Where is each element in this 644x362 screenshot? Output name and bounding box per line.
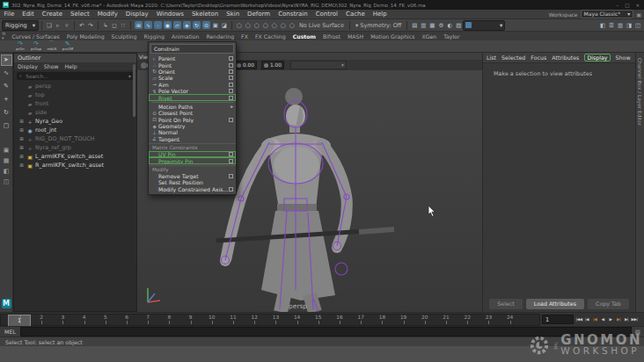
- constrain-item-point[interactable]: ∴Point: [149, 62, 236, 68]
- menu-item-display[interactable]: Display: [121, 11, 152, 18]
- quick-input-field[interactable]: ▾: [463, 20, 505, 31]
- ae-menu-focus[interactable]: Focus: [531, 54, 546, 61]
- menu-item-skeleton[interactable]: Skeleton: [187, 11, 222, 18]
- ipr-render-icon[interactable]: ▦: [428, 21, 435, 30]
- redo-icon[interactable]: ↷: [87, 21, 94, 30]
- select-by-component-icon[interactable]: ∷: [120, 21, 127, 30]
- tool-settings-icon[interactable]: ◨: [626, 21, 633, 30]
- option-box-icon[interactable]: [229, 118, 233, 122]
- constrain-item-aim[interactable]: →Aim: [149, 82, 236, 88]
- menu-item-cache[interactable]: Cache: [342, 11, 370, 18]
- constrain-item-motion-paths[interactable]: Motion Paths▸: [149, 104, 236, 110]
- step-back-frame-button[interactable]: |◀: [583, 317, 590, 322]
- shelf-tab-fx[interactable]: FX: [238, 33, 252, 40]
- outliner-scrollbar[interactable]: [133, 64, 135, 117]
- load-attributes-button[interactable]: Load Attributes: [526, 299, 584, 309]
- step-back-key-button[interactable]: |◀: [591, 317, 598, 322]
- highlight-affected-icon[interactable]: ◪: [221, 21, 228, 30]
- outliner-item-side[interactable]: ▰side: [14, 108, 136, 117]
- play-forwards-button[interactable]: ▶: [607, 317, 614, 322]
- minimize-button[interactable]: –: [614, 3, 620, 8]
- option-box-icon[interactable]: [229, 56, 233, 61]
- ae-menu-list[interactable]: List: [487, 54, 496, 61]
- outliner-item-nyra-ref-grp[interactable]: ⊞+Nyra_ref_grp: [14, 143, 136, 152]
- menu-item-file[interactable]: File: [0, 11, 18, 18]
- select-by-object-icon[interactable]: ◻: [111, 21, 118, 30]
- render-sequence-icon[interactable]: ◐: [446, 21, 453, 30]
- mel-button[interactable]: MEL: [0, 329, 20, 335]
- menu-item-constrain[interactable]: Constrain: [274, 11, 312, 18]
- expand-icon[interactable]: ⊞: [18, 145, 25, 150]
- constrain-item-uv-pin[interactable]: UV Pin: [149, 151, 236, 157]
- constrain-item-scale[interactable]: ▱Scale: [149, 75, 236, 81]
- snap-magnet-6-icon[interactable]: ○: [280, 21, 287, 30]
- shelf-tab-motion-graphics[interactable]: Motion Graphics: [367, 33, 418, 40]
- gamma-field[interactable]: 1.00: [261, 61, 284, 69]
- snap-point-icon[interactable]: ◦: [154, 21, 162, 29]
- shelf-tab-fx-caching[interactable]: FX Caching: [252, 33, 289, 40]
- shelf-menu-icon[interactable]: ⚙▾: [2, 32, 5, 40]
- menu-item-edit[interactable]: Edit: [18, 11, 39, 18]
- light-editor-icon[interactable]: ▧: [455, 21, 462, 30]
- outliner-menu-help[interactable]: Help: [65, 62, 77, 70]
- menu-item-help[interactable]: Help: [369, 11, 391, 18]
- option-box-icon[interactable]: [229, 174, 233, 178]
- humanik-icon[interactable]: ☰: [608, 21, 615, 30]
- go-to-end-button[interactable]: ▶▶|: [631, 317, 638, 322]
- viewport-renderer-icon[interactable]: [141, 62, 147, 69]
- scale-tool[interactable]: ▢: [2, 121, 11, 131]
- maximize-button[interactable]: □: [623, 3, 631, 8]
- shelf-tab-curves-surfaces[interactable]: Curves / Surfaces: [8, 33, 62, 40]
- search-input[interactable]: [24, 73, 115, 80]
- outliner-menu-display[interactable]: Display: [18, 62, 38, 70]
- constrain-item-orient[interactable]: ↻Orient: [149, 69, 236, 75]
- option-box-icon[interactable]: [229, 83, 233, 87]
- snap-projected-center-icon[interactable]: ◉: [164, 21, 172, 29]
- construction-history-icon[interactable]: ▤: [411, 21, 418, 30]
- option-box-icon[interactable]: [229, 159, 233, 163]
- go-to-start-button[interactable]: |◀◀: [575, 317, 582, 322]
- shelf-button-proup[interactable]: ↷prOup: [30, 40, 42, 51]
- open-scene-icon[interactable]: ▹: [55, 21, 62, 30]
- layout-single-pane[interactable]: ▣: [2, 147, 11, 155]
- select-hierarchy-icon[interactable]: ↳: [102, 21, 109, 30]
- step-forward-frame-button[interactable]: ▶|: [623, 317, 630, 322]
- snap-curve-icon[interactable]: ∿: [144, 21, 152, 29]
- lock-selection-icon[interactable]: ▣: [212, 21, 219, 30]
- step-forward-key-button[interactable]: ▶|: [615, 317, 622, 322]
- snap-magnet-5-icon[interactable]: ○: [271, 21, 278, 30]
- shelf-tab-rigging[interactable]: Rigging: [140, 33, 167, 40]
- shelf-tab-taylor[interactable]: Taylor: [440, 33, 463, 40]
- menu-item-control[interactable]: Control: [311, 11, 341, 18]
- outliner-item-rig-do-not-touch[interactable]: ⊞+RIG_DO_NOT_TOUCH: [14, 134, 136, 143]
- outliner-item-front[interactable]: ▰front: [14, 99, 136, 108]
- undo-icon[interactable]: ↶: [78, 21, 85, 30]
- constrain-item-parent[interactable]: ⊦Parent: [149, 55, 236, 62]
- expand-icon[interactable]: ⊞: [18, 119, 25, 124]
- time-slider-track[interactable]: 1 12345678910111213141516171819202122232…: [0, 314, 540, 326]
- constrain-item-normal[interactable]: ⊥Normal: [149, 129, 236, 135]
- menu-set-selector[interactable]: Rigging▾: [2, 20, 39, 31]
- shelf-tab-poly-modeling[interactable]: Poly Modeling: [63, 33, 108, 40]
- ae-menu-selected[interactable]: Selected: [501, 54, 525, 61]
- outliner-item-top[interactable]: ▰top: [14, 90, 136, 99]
- shelf-button-pron[interactable]: ↷prOn: [14, 40, 26, 51]
- constrain-item-closest-point[interactable]: ⊙Closest Point: [149, 110, 236, 116]
- ae-menu-show[interactable]: Show: [616, 54, 631, 61]
- shelf-tab-xgen[interactable]: XGen: [418, 33, 440, 40]
- select-tool[interactable]: ➤: [2, 55, 11, 65]
- menu-item-windows[interactable]: Windows: [152, 11, 187, 18]
- current-time-field[interactable]: 1: [542, 315, 574, 324]
- expand-icon[interactable]: ⊞: [18, 163, 25, 168]
- select-button[interactable]: Select: [489, 299, 522, 309]
- expand-icon[interactable]: ⊞: [18, 154, 25, 159]
- shelf-tab-bifrost[interactable]: Bifrost: [319, 33, 344, 40]
- new-scene-icon[interactable]: ❏: [46, 21, 53, 30]
- paint-select-tool[interactable]: ✎: [2, 82, 11, 91]
- render-view-icon[interactable]: ▥: [420, 21, 427, 30]
- snap-parent-icon[interactable]: ⊙: [202, 21, 210, 29]
- snap-magnet-7-icon[interactable]: ○: [289, 21, 296, 30]
- option-box-icon[interactable]: [229, 76, 233, 80]
- shelf-button-pvcoff[interactable]: ✎pvcOff: [62, 40, 74, 51]
- option-box-icon[interactable]: [229, 89, 233, 93]
